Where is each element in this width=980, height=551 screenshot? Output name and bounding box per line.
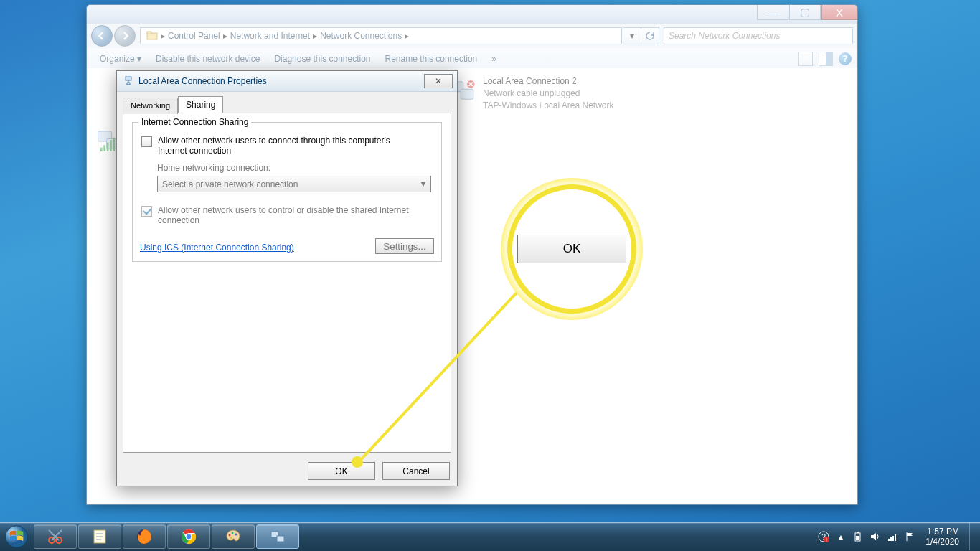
network-tray-icon[interactable]	[887, 531, 898, 542]
allow-connect-checkbox[interactable]	[141, 136, 152, 147]
svg-rect-37	[895, 534, 896, 541]
svg-point-24	[230, 537, 232, 540]
svg-rect-32	[857, 532, 859, 533]
taskbar[interactable]: ?! ▴ 1:57 PM 1/4/2020	[0, 522, 980, 551]
volume-icon[interactable]	[870, 531, 881, 542]
allow-control-checkbox[interactable]	[141, 206, 152, 217]
svg-rect-33	[856, 536, 859, 540]
flag-icon[interactable]	[904, 531, 915, 542]
home-connection-label: Home networking connection:	[157, 163, 434, 173]
dialog-titlebar[interactable]: Local Area Connection Properties ✕	[117, 71, 457, 92]
ics-help-link[interactable]: Using ICS (Internet Connection Sharing)	[140, 242, 294, 253]
svg-rect-12	[126, 77, 131, 80]
tab-panel-sharing: Internet Connection Sharing Allow other …	[123, 113, 451, 453]
svg-rect-34	[888, 539, 890, 541]
home-connection-combo[interactable]: Select a private network connection ▼	[157, 176, 431, 192]
svg-rect-36	[892, 536, 894, 541]
cancel-button[interactable]: Cancel	[382, 462, 450, 480]
clock-time: 1:57 PM	[925, 527, 959, 537]
show-desktop-button[interactable]	[969, 523, 976, 550]
svg-point-22	[232, 532, 234, 534]
tab-sharing[interactable]: Sharing	[178, 96, 223, 113]
task-paint[interactable]	[212, 524, 255, 549]
task-network-connections[interactable]	[256, 524, 299, 549]
task-chrome[interactable]	[167, 524, 210, 549]
callout-ok-button: OK	[517, 235, 626, 263]
callout-anchor-dot	[352, 456, 363, 468]
svg-point-23	[235, 534, 237, 536]
clock-date: 1/4/2020	[925, 537, 959, 547]
task-firefox[interactable]	[123, 524, 166, 549]
chevron-down-icon: ▼	[418, 178, 429, 189]
battery-icon[interactable]	[852, 531, 864, 542]
group-title: Internet Connection Sharing	[138, 117, 251, 127]
allow-connect-label: Allow other network users to connect thr…	[158, 136, 416, 156]
allow-control-label: Allow other network users to control or …	[158, 205, 416, 225]
callout-magnifier: OK	[501, 178, 643, 320]
properties-dialog: Local Area Connection Properties ✕ Netwo…	[116, 70, 458, 486]
ics-group: Internet Connection Sharing Allow other …	[132, 122, 442, 262]
dialog-close-button[interactable]: ✕	[424, 74, 453, 88]
network-icon	[123, 75, 134, 87]
dialog-title: Local Area Connection Properties	[138, 76, 267, 86]
settings-button[interactable]: Settings...	[375, 238, 434, 254]
start-button[interactable]	[0, 522, 33, 551]
svg-text:!: !	[826, 537, 827, 542]
combo-value: Select a private network connection	[162, 179, 298, 189]
system-tray[interactable]: ?! ▴ 1:57 PM 1/4/2020	[818, 522, 980, 551]
action-center-icon[interactable]: ?!	[818, 531, 829, 542]
clock[interactable]: 1:57 PM 1/4/2020	[921, 527, 963, 547]
task-snipping-tool[interactable]	[34, 524, 77, 549]
tray-overflow-icon[interactable]: ▴	[835, 531, 847, 542]
task-notepad[interactable]	[78, 524, 121, 549]
svg-point-21	[229, 534, 231, 537]
svg-rect-35	[890, 537, 892, 541]
ok-button[interactable]: OK	[308, 462, 375, 480]
svg-rect-26	[277, 536, 284, 542]
tab-networking[interactable]: Networking	[123, 98, 178, 114]
